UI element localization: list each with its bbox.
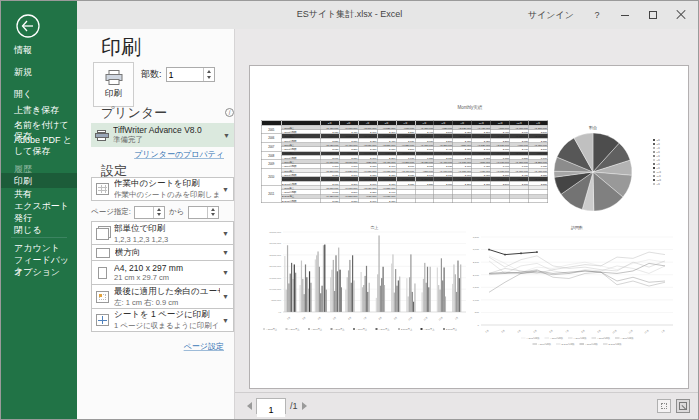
svg-text:1月: 1月 (454, 316, 459, 320)
margins-icon (96, 291, 109, 303)
sidebar-item[interactable]: 閉じる (1, 225, 77, 236)
printer-properties-link[interactable]: プリンターのプロパティ (134, 149, 224, 160)
printer-dropdown[interactable]: TiffWriter Advance V8.0 準備完了 ▼ (91, 123, 234, 147)
dropdown-title: シートを 1 ページに印刷 (114, 309, 220, 321)
printer-heading: プリンター (101, 104, 167, 122)
sidebar-item[interactable]: 上書き保存 (1, 105, 77, 116)
back-button[interactable] (15, 13, 41, 39)
dropdown-title: A4, 210 x 297 mm (114, 263, 220, 273)
svg-text:A 2010売上: A 2010売上 (379, 328, 391, 331)
zoom-to-page-icon[interactable] (676, 399, 690, 413)
page-from-input[interactable] (135, 207, 153, 218)
page-setup-link[interactable]: ページ設定 (184, 341, 224, 352)
svg-text:10月: 10月 (657, 171, 662, 174)
maximize-button[interactable] (640, 4, 666, 26)
table-row: B 2011訪問数2,0502,0502,1002,150 (261, 198, 548, 202)
svg-text:A 2008売上: A 2008売上 (334, 328, 346, 331)
svg-text:9月: 9月 (597, 329, 602, 333)
orientation-icon (96, 248, 110, 258)
minimize-icon (621, 15, 629, 16)
pages-label: ページ指定: (91, 207, 131, 217)
svg-text:11月: 11月 (657, 175, 662, 178)
dropdown-subtitle: 左: 1 cm 右: 0.9 cm (114, 298, 220, 308)
page-to-input[interactable] (189, 207, 207, 218)
svg-text:割合: 割合 (589, 125, 597, 131)
help-button[interactable]: ? (584, 4, 610, 26)
svg-text:2,000: 2,000 (473, 274, 480, 277)
sidebar-item[interactable]: 開く (1, 89, 77, 100)
svg-text:3,000: 3,000 (473, 248, 480, 251)
svg-text:5月: 5月 (332, 316, 337, 320)
chevron-down-icon: ▼ (222, 293, 229, 300)
collation-dropdown[interactable]: 部単位で印刷 1,2,3 1,2,3 1,2,3 ▼ (91, 221, 234, 245)
previous-page-icon[interactable] (247, 402, 252, 410)
sidebar-item[interactable]: 発行 (1, 213, 77, 224)
svg-text:売上: 売上 (371, 225, 379, 230)
info-icon[interactable]: i (225, 108, 234, 117)
sidebar-item[interactable]: 印刷 (1, 173, 77, 188)
printer-icon (105, 70, 123, 85)
minimize-button[interactable] (612, 4, 638, 26)
sidebar-item[interactable]: 情報 (1, 45, 77, 56)
svg-text:6月: 6月 (549, 329, 554, 333)
maximize-icon (649, 11, 657, 19)
current-page-input[interactable] (257, 403, 285, 417)
margins-dropdown[interactable]: 最後に適用した余白のユーザー設定 左: 1 cm 右: 0.9 cm ▼ (91, 284, 234, 309)
svg-text:A 2006訪問数: A 2006訪問数 (550, 336, 564, 340)
chevron-down-icon: ▼ (222, 317, 229, 324)
sidebar-item[interactable]: 新規 (1, 67, 77, 78)
print-what-dropdown[interactable]: 作業中のシートを印刷 作業中のシートのみを印刷します ▼ (91, 177, 234, 201)
sidebar-item[interactable]: 共有 (1, 189, 77, 200)
spin-down-icon (211, 213, 215, 216)
backstage-sidebar: 情報新規開く上書き保存名前を付けて保存Adobe PDF として保存履歴印刷共有… (1, 1, 77, 420)
page-from-stepper[interactable] (153, 207, 164, 218)
svg-text:8月: 8月 (657, 163, 661, 166)
orientation-dropdown[interactable]: 横方向 ▼ (91, 244, 234, 261)
svg-text:¥1,500,000: ¥1,500,000 (269, 277, 282, 280)
spin-up-icon (207, 70, 211, 73)
sidebar-item[interactable]: エクスポート (1, 201, 77, 212)
signin-button[interactable]: サインイン (520, 4, 582, 26)
show-margins-icon[interactable] (657, 399, 671, 413)
sidebar-item[interactable]: Adobe PDF として保存 (1, 135, 77, 157)
svg-text:1,500: 1,500 (473, 286, 480, 289)
chevron-down-icon: ▼ (222, 249, 229, 256)
sheet-icon (96, 183, 109, 195)
sidebar-item[interactable]: オプション (1, 267, 77, 278)
svg-text:5月: 5月 (533, 329, 538, 333)
svg-text:¥0: ¥0 (278, 311, 281, 314)
preview-zoom-controls (657, 399, 690, 413)
svg-text:A 2009訪問数: A 2009訪問数 (621, 336, 635, 340)
svg-text:5月: 5月 (657, 151, 661, 154)
page-to-stepper[interactable] (207, 207, 218, 218)
svg-text:¥2,500,000: ¥2,500,000 (269, 254, 282, 257)
preview-line-chart: 訪問数05001,0001,5002,0002,5003,0003,5002月3… (465, 222, 689, 352)
copies-input[interactable] (167, 68, 203, 81)
window-controls: サインイン ? (520, 1, 694, 29)
dropdown-title: 部単位で印刷 (114, 223, 220, 235)
svg-text:2月: 2月 (485, 329, 490, 333)
svg-text:3月: 3月 (657, 143, 661, 146)
excel-window: ESサイト集計.xlsx - Excel サインイン ? 情報新規開く上書き保存… (0, 0, 699, 420)
svg-text:9月: 9月 (657, 167, 661, 170)
svg-text:A 2007訪問数: A 2007訪問数 (574, 336, 588, 340)
next-page-icon[interactable] (302, 402, 307, 410)
close-button[interactable] (668, 4, 694, 26)
preview-bar-chart: 売上¥0¥500,000¥1,000,000¥1,500,000¥2,000,0… (255, 222, 480, 342)
svg-text:11月: 11月 (628, 329, 633, 334)
copies-stepper[interactable] (203, 68, 214, 81)
svg-text:7月: 7月 (363, 316, 368, 320)
print-button[interactable]: 印刷 (93, 62, 134, 107)
svg-text:¥500,000: ¥500,000 (271, 299, 282, 302)
svg-text:¥1,000,000: ¥1,000,000 (269, 288, 282, 291)
collate-icon (96, 228, 109, 240)
svg-text:A 2010訪問数: A 2010訪問数 (538, 342, 552, 346)
svg-text:12月: 12月 (644, 329, 650, 334)
paper-size-dropdown[interactable]: A4, 210 x 297 mm 21 cm x 29.7 cm ▼ (91, 260, 234, 285)
scaling-dropdown[interactable]: シートを 1 ページに印刷 1 ページに収まるように印刷イメージ… ▼ (91, 308, 234, 332)
preview-bottom-bar: /1 (235, 392, 698, 419)
svg-text:8月: 8月 (378, 316, 383, 320)
svg-text:3月: 3月 (501, 329, 506, 333)
sidebar-item[interactable]: アカウント (1, 243, 77, 254)
svg-text:A 2007売上: A 2007売上 (311, 328, 323, 331)
